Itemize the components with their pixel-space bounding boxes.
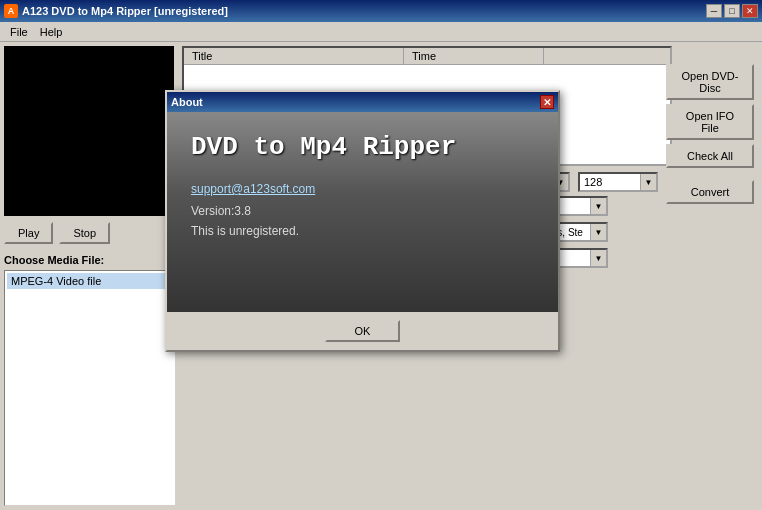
dialog-unregistered: This is unregistered. <box>191 224 534 238</box>
dialog-close-button[interactable]: ✕ <box>540 95 554 109</box>
about-dialog: About ✕ DVD to Mp4 Ripper support@a123so… <box>165 90 560 352</box>
dialog-version: Version:3.8 <box>191 204 534 218</box>
dialog-title-bar: About ✕ <box>167 92 558 112</box>
dialog-title: About <box>171 96 203 108</box>
ok-button[interactable]: OK <box>325 320 401 342</box>
dialog-footer: OK <box>167 312 558 350</box>
dialog-overlay: About ✕ DVD to Mp4 Ripper support@a123so… <box>0 0 762 510</box>
dialog-body: DVD to Mp4 Ripper support@a123soft.com V… <box>167 112 558 312</box>
dialog-email[interactable]: support@a123soft.com <box>191 182 534 196</box>
dialog-app-title: DVD to Mp4 Ripper <box>191 132 534 162</box>
